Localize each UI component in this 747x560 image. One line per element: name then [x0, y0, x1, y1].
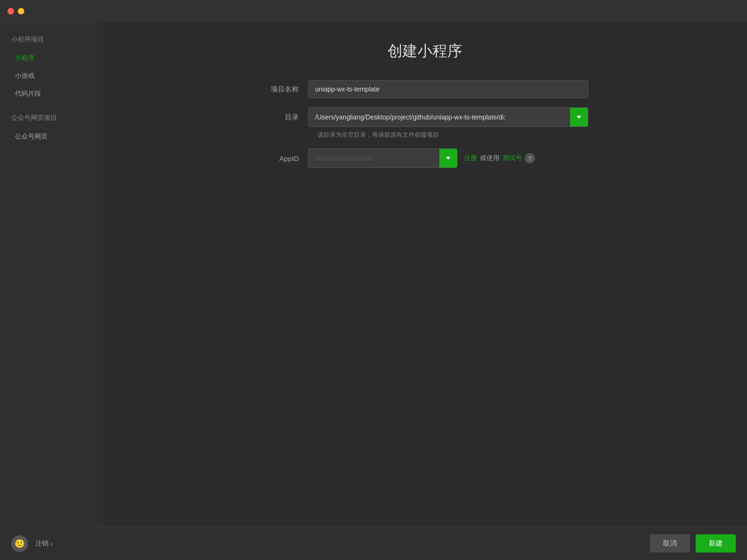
or-text: 或使用 [480, 154, 500, 162]
appid-label: AppID [261, 154, 308, 162]
project-name-input[interactable] [308, 80, 588, 98]
appid-input[interactable] [309, 150, 439, 167]
sidebar-section-title-1: 小程序项目 [0, 32, 103, 48]
sidebar-item-mini-game[interactable]: 小游戏 [0, 67, 103, 85]
directory-row: 目录 [261, 107, 588, 127]
directory-dropdown-button[interactable] [570, 108, 588, 126]
title-bar [0, 0, 747, 22]
minimize-button[interactable] [18, 8, 24, 14]
sidebar-section-title-2: 公众号网页项目 [0, 110, 103, 126]
bottom-bar: 🙂 注销 › 取消 新建 [0, 526, 747, 560]
bottom-left: 🙂 注销 › [11, 535, 53, 552]
bottom-right: 取消 新建 [650, 534, 736, 553]
project-name-label: 项目名称 [261, 85, 308, 94]
sidebar-item-web-page[interactable]: 公众号网页 [0, 128, 103, 146]
avatar: 🙂 [11, 535, 28, 552]
sidebar-item-mini-program[interactable]: 小程序 [0, 49, 103, 67]
form-container: 项目名称 目录 该目录为非空目录，将保留原有文件创建项目 AppID [261, 80, 588, 177]
sidebar: 小程序项目 小程序 小游戏 代码片段 公众号网页项目 公众号网页 [0, 22, 103, 526]
cancel-button[interactable]: 取消 [650, 534, 690, 553]
test-account-link[interactable]: 测试号 [502, 154, 522, 162]
directory-input[interactable] [309, 109, 570, 126]
main-container: 小程序项目 小程序 小游戏 代码片段 公众号网页项目 公众号网页 创建小程序 项… [0, 22, 747, 526]
appid-dropdown-button[interactable] [439, 149, 457, 168]
chevron-down-icon [577, 116, 581, 119]
appid-row: AppID 注册 或使用 测试号 ? [261, 148, 588, 168]
appid-input-wrapper [308, 148, 458, 168]
close-button[interactable] [7, 8, 14, 14]
directory-input-wrapper [308, 107, 588, 127]
page-title: 创建小程序 [131, 41, 719, 62]
logout-button[interactable]: 注销 › [35, 539, 53, 548]
help-icon[interactable]: ? [525, 153, 535, 163]
chevron-down-icon [446, 157, 451, 160]
register-link[interactable]: 注册 [464, 154, 477, 162]
directory-label: 目录 [261, 113, 308, 122]
directory-hint: 该目录为非空目录，将保留原有文件创建项目 [317, 131, 588, 139]
create-button[interactable]: 新建 [696, 534, 736, 553]
traffic-lights [7, 8, 24, 14]
sidebar-item-code-snippet[interactable]: 代码片段 [0, 85, 103, 103]
content-area: 创建小程序 项目名称 目录 该目录为非空目录，将保留原有文件创建项目 [103, 22, 747, 526]
appid-links: 注册 或使用 测试号 ? [464, 153, 535, 163]
project-name-row: 项目名称 [261, 80, 588, 98]
